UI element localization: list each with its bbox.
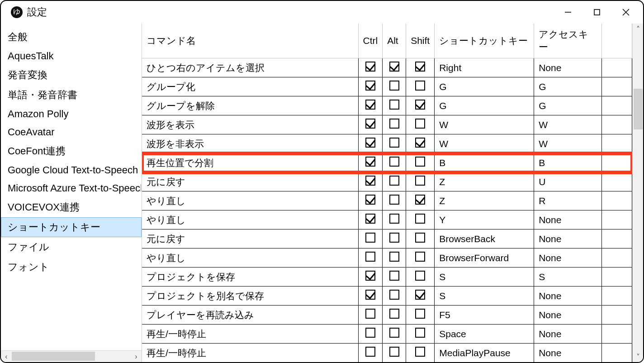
sidebar-item[interactable]: CoeAvatar: [1, 123, 142, 141]
ctrl-checkbox[interactable]: [365, 347, 375, 357]
table-row[interactable]: やり直しYNone: [142, 210, 632, 229]
cell-shift[interactable]: [406, 248, 435, 267]
cell-alt[interactable]: [383, 191, 406, 210]
shift-checkbox[interactable]: [415, 290, 425, 300]
cell-alt[interactable]: [383, 96, 406, 115]
table-row[interactable]: プレイヤーを再読み込みF5None: [142, 306, 632, 325]
cell-shift[interactable]: [406, 96, 435, 115]
header-ctrl[interactable]: Ctrl: [358, 24, 383, 58]
header-alt[interactable]: Alt: [383, 24, 406, 58]
cell-alt[interactable]: [383, 58, 406, 77]
header-command[interactable]: コマンド名: [142, 24, 358, 58]
sidebar-item[interactable]: 全般: [1, 27, 142, 47]
header-shortcut[interactable]: ショートカットキー: [435, 24, 534, 58]
shift-checkbox[interactable]: [415, 271, 425, 281]
alt-checkbox[interactable]: [389, 81, 399, 91]
cell-alt[interactable]: [383, 306, 406, 325]
ctrl-checkbox[interactable]: [365, 309, 375, 319]
minimize-button[interactable]: [554, 3, 582, 21]
ctrl-checkbox[interactable]: [365, 233, 375, 243]
header-shift[interactable]: Shift: [406, 24, 435, 58]
cell-access[interactable]: None: [534, 58, 602, 77]
cell-command[interactable]: グループ化: [142, 77, 358, 96]
cell-access[interactable]: None: [534, 325, 602, 344]
cell-command[interactable]: 元に戻す: [142, 229, 358, 248]
ctrl-checkbox[interactable]: [365, 138, 375, 148]
cell-shift[interactable]: [406, 267, 435, 287]
cell-alt[interactable]: [383, 325, 406, 344]
cell-access[interactable]: None: [534, 306, 602, 325]
shift-checkbox[interactable]: [415, 157, 425, 167]
ctrl-checkbox[interactable]: [365, 290, 375, 300]
cell-command[interactable]: やり直し: [142, 210, 358, 229]
cell-access[interactable]: B: [534, 153, 602, 172]
ctrl-checkbox[interactable]: [365, 157, 375, 167]
shift-checkbox[interactable]: [415, 252, 425, 262]
table-row[interactable]: 波形を非表示WW: [142, 134, 632, 153]
cell-access[interactable]: None: [534, 344, 602, 363]
cell-shortcut[interactable]: Y: [435, 210, 534, 229]
scroll-up-button[interactable]: ˄: [633, 24, 644, 34]
cell-command[interactable]: 再生/一時停止: [142, 325, 358, 344]
alt-checkbox[interactable]: [389, 309, 399, 319]
cell-shift[interactable]: [406, 77, 435, 96]
cell-command[interactable]: やり直し: [142, 248, 358, 267]
sidebar-item[interactable]: フォント: [1, 257, 142, 277]
cell-shift[interactable]: [406, 210, 435, 229]
cell-ctrl[interactable]: [358, 344, 383, 363]
cell-shortcut[interactable]: S: [435, 267, 534, 287]
table-row[interactable]: プロジェクトを保存SS: [142, 267, 632, 287]
table-row[interactable]: 波形を表示WW: [142, 115, 632, 134]
ctrl-checkbox[interactable]: [365, 62, 375, 72]
cell-shift[interactable]: [406, 115, 435, 134]
sidebar-item[interactable]: AquesTalk: [1, 47, 142, 65]
cell-ctrl[interactable]: [358, 191, 383, 210]
cell-command[interactable]: 波形を非表示: [142, 134, 358, 153]
cell-ctrl[interactable]: [358, 267, 383, 287]
cell-access[interactable]: W: [534, 115, 602, 134]
shift-checkbox[interactable]: [415, 62, 425, 72]
shift-checkbox[interactable]: [415, 195, 425, 205]
maximize-button[interactable]: [582, 3, 611, 21]
vscroll-track[interactable]: [633, 34, 643, 351]
cell-shortcut[interactable]: Space: [435, 325, 534, 344]
scroll-right-button[interactable]: ›: [131, 351, 142, 362]
cell-shortcut[interactable]: W: [435, 115, 534, 134]
cell-ctrl[interactable]: [358, 210, 383, 229]
cell-alt[interactable]: [383, 344, 406, 363]
cell-ctrl[interactable]: [358, 325, 383, 344]
cell-access[interactable]: R: [534, 191, 602, 210]
cell-shortcut[interactable]: G: [435, 77, 534, 96]
cell-access[interactable]: None: [534, 248, 602, 267]
header-access[interactable]: アクセスキー: [534, 24, 602, 58]
cell-shift[interactable]: [406, 172, 435, 191]
ctrl-checkbox[interactable]: [365, 214, 375, 224]
alt-checkbox[interactable]: [389, 62, 399, 72]
cell-alt[interactable]: [383, 248, 406, 267]
table-row[interactable]: 再生/一時停止MediaPlayPauseNone: [142, 344, 632, 363]
scroll-thumb[interactable]: [12, 352, 95, 361]
cell-shortcut[interactable]: Right: [435, 58, 534, 77]
cell-alt[interactable]: [383, 210, 406, 229]
cell-command[interactable]: 再生/一時停止: [142, 344, 358, 363]
cell-alt[interactable]: [383, 172, 406, 191]
cell-shift[interactable]: [406, 287, 435, 306]
cell-command[interactable]: 元に戻す: [142, 172, 358, 191]
scroll-down-button[interactable]: ˅: [633, 351, 644, 362]
cell-command[interactable]: グループを解除: [142, 96, 358, 115]
cell-command[interactable]: ひとつ右のアイテムを選択: [142, 58, 358, 77]
shift-checkbox[interactable]: [415, 233, 425, 243]
cell-command[interactable]: 波形を表示: [142, 115, 358, 134]
shift-checkbox[interactable]: [415, 214, 425, 224]
alt-checkbox[interactable]: [389, 138, 399, 148]
cell-alt[interactable]: [383, 115, 406, 134]
cell-command[interactable]: やり直し: [142, 191, 358, 210]
cell-shortcut[interactable]: F5: [435, 306, 534, 325]
cell-alt[interactable]: [383, 153, 406, 172]
cell-shortcut[interactable]: G: [435, 96, 534, 115]
table-row[interactable]: 元に戻すZU: [142, 172, 632, 191]
sidebar-item[interactable]: CoeFont連携: [1, 141, 142, 161]
cell-access[interactable]: G: [534, 96, 602, 115]
cell-alt[interactable]: [383, 287, 406, 306]
sidebar-item[interactable]: ファイル: [1, 237, 142, 257]
